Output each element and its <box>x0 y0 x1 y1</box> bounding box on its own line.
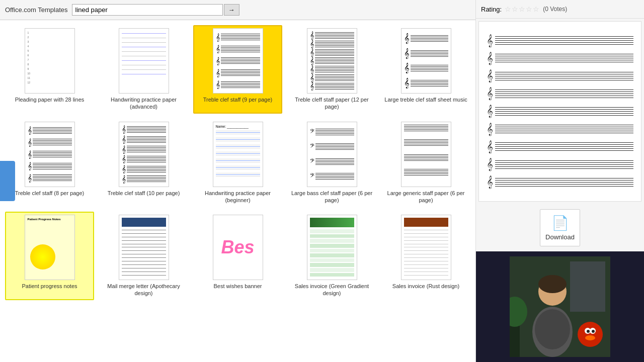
preview-staff-line <box>495 160 633 161</box>
template-item-treble9[interactable]: 𝄞𝄞𝄞𝄞𝄞Treble clef staff (9 per page) <box>193 25 282 114</box>
preview-staff-line <box>495 107 633 108</box>
preview-staff-line <box>495 186 633 187</box>
download-icon: 📄 <box>551 215 569 231</box>
preview-staff-line <box>495 80 633 80</box>
webcam-section <box>476 251 644 362</box>
preview-staff-line <box>495 56 633 56</box>
preview-staff-row: 𝄞 <box>487 53 633 64</box>
preview-staff-line <box>495 74 633 74</box>
template-item-invoice_rust[interactable]: Sales invoice (Rust design) <box>381 212 470 300</box>
preview-staff-lines <box>495 54 633 62</box>
preview-staff-lines <box>495 178 633 187</box>
preview-staff-line <box>495 150 633 151</box>
preview-staff-line <box>495 131 633 131</box>
template-label-mail_merge: Mail merge letter (Apothecary design) <box>102 283 185 297</box>
preview-staff-line <box>495 38 633 39</box>
rating-label: Rating: <box>481 6 502 13</box>
search-input[interactable] <box>72 4 223 16</box>
rating-votes: (0 Votes) <box>543 6 567 13</box>
template-item-invoice_green[interactable]: Sales invoice (Green Gradient design) <box>287 212 376 300</box>
template-item-bass6[interactable]: 𝄢𝄢𝄢𝄢Large bass clef staff paper (6 per p… <box>287 119 376 207</box>
template-item-handwriting_beg[interactable]: Name: ___________Handwriting practice pa… <box>193 119 282 207</box>
template-item-treble8[interactable]: 𝄞𝄞𝄞𝄞𝄞Treble clef staff (8 per page) <box>5 119 94 207</box>
template-item-handwriting_adv[interactable]: Handwriting practice paper (advanced) <box>99 25 188 114</box>
template-item-mail_merge[interactable]: Mail merge letter (Apothecary design) <box>99 212 188 300</box>
svg-point-4 <box>535 309 570 349</box>
preview-staff-line <box>495 144 633 145</box>
preview-staff-line <box>495 58 633 58</box>
preview-staff-line <box>495 94 633 94</box>
left-tab[interactable] <box>0 161 15 201</box>
preview-music-paper: 𝄞𝄞𝄞𝄞𝄞𝄞𝄞𝄞𝄞 <box>484 27 636 196</box>
preview-staff-line <box>495 133 633 133</box>
preview-clef-symbol: 𝄞 <box>487 124 493 135</box>
download-section: 📄 Download <box>476 204 644 251</box>
template-label-treble9: Treble clef staff (9 per page) <box>203 96 273 103</box>
preview-staff-line <box>495 178 633 178</box>
preview-staff-line <box>495 129 633 129</box>
preview-staff-lines <box>495 89 633 98</box>
preview-staff-lines <box>495 107 633 116</box>
preview-staff-line <box>495 96 633 96</box>
preview-staff-line <box>495 111 633 112</box>
preview-staff-lines <box>495 125 633 133</box>
svg-point-11 <box>587 330 590 333</box>
main-area: Office.com Templates → 123456789101112Pl… <box>0 0 475 362</box>
template-label-handwriting_beg: Handwriting practice paper (beginner) <box>196 190 279 204</box>
template-item-generic6[interactable]: Large generic staff paper (6 per page) <box>381 119 470 207</box>
rating-stars: ☆☆☆☆☆ <box>505 5 540 13</box>
preview-clef-symbol: 𝄞 <box>487 106 493 117</box>
preview-staff-row: 𝄞 <box>487 141 633 152</box>
template-label-large_treble: Large treble clef staff sheet music <box>384 96 467 103</box>
template-label-invoice_green: Sales invoice (Green Gradient design) <box>290 283 373 297</box>
preview-staff-line <box>495 166 633 167</box>
download-button[interactable]: 📄 Download <box>540 209 580 246</box>
template-label-treble10: Treble clef staff (10 per page) <box>108 190 180 197</box>
webcam-person <box>510 256 610 357</box>
preview-staff-line <box>495 98 633 98</box>
svg-point-5 <box>538 275 567 293</box>
preview-staff-line <box>495 142 633 143</box>
preview-clef-symbol: 𝄞 <box>487 159 493 170</box>
svg-point-12 <box>592 330 595 333</box>
preview-staff-row: 𝄞 <box>487 124 633 135</box>
template-item-pleading28[interactable]: 123456789101112Pleading paper with 28 li… <box>5 25 94 114</box>
template-label-handwriting_adv: Handwriting practice paper (advanced) <box>102 96 185 111</box>
preview-staff-line <box>495 92 633 92</box>
preview-clef-symbol: 𝄞 <box>487 88 493 99</box>
preview-staff-row: 𝄞 <box>487 88 633 99</box>
preview-staff-row: 𝄞 <box>487 35 633 46</box>
svg-point-8 <box>578 322 603 347</box>
template-label-bass6: Large bass clef staff paper (6 per page) <box>290 190 373 204</box>
preview-staff-line <box>495 62 633 62</box>
preview-staff-row: 𝄞 <box>487 159 633 170</box>
template-item-large_treble[interactable]: 𝄞𝄞𝄞𝄞Large treble clef staff sheet music <box>381 25 470 114</box>
preview-staff-line <box>495 113 633 114</box>
template-label-patient: Patient progress notes <box>22 283 77 290</box>
preview-clef-symbol: 𝄞 <box>487 70 493 81</box>
preview-staff-lines <box>495 36 633 45</box>
preview-clef-symbol: 𝄞 <box>487 176 493 188</box>
preview-staff-row: 𝄞 <box>487 106 633 117</box>
search-button[interactable]: → <box>224 4 239 16</box>
preview-staff-line <box>495 125 633 125</box>
template-label-invoice_rust: Sales invoice (Rust design) <box>392 283 459 290</box>
template-item-patient[interactable]: Patient Progress NotesPatient progress n… <box>5 212 94 300</box>
preview-staff-line <box>495 180 633 180</box>
template-item-treble12[interactable]: 𝄞𝄞𝄞𝄞𝄞𝄞𝄞Treble cleff staff paper (12 per … <box>287 25 376 114</box>
template-item-treble10[interactable]: 𝄞𝄞𝄞𝄞𝄞𝄞Treble clef staff (10 per page) <box>99 119 188 207</box>
preview-staff-lines <box>495 142 633 151</box>
preview-staff-line <box>495 54 633 54</box>
preview-staff-row: 𝄞 <box>487 70 633 81</box>
preview-staff-line <box>495 76 633 76</box>
template-item-best_wishes[interactable]: BesBest wishes banner <box>193 212 282 300</box>
preview-staff-line <box>495 60 633 60</box>
preview-staff-line <box>495 127 633 127</box>
preview-staff-lines <box>495 72 633 80</box>
preview-staff-line <box>495 78 633 78</box>
preview-staff-lines <box>495 160 633 169</box>
preview-staff-line <box>495 72 633 72</box>
preview-staff-line <box>495 109 633 110</box>
preview-staff-line <box>495 148 633 149</box>
preview-staff-line <box>495 146 633 147</box>
